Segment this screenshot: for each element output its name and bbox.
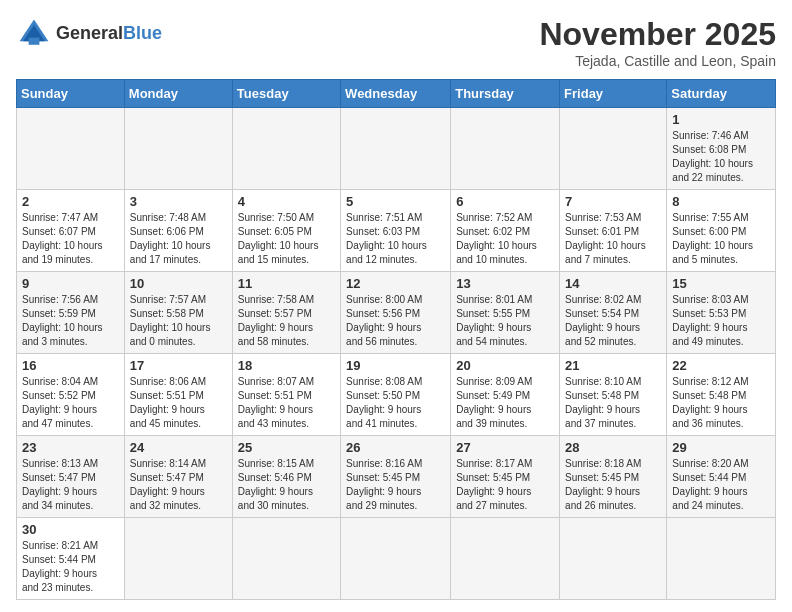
- day-info: Sunrise: 8:21 AM Sunset: 5:44 PM Dayligh…: [22, 539, 119, 595]
- calendar-cell: 23Sunrise: 8:13 AM Sunset: 5:47 PM Dayli…: [17, 436, 125, 518]
- day-info: Sunrise: 8:02 AM Sunset: 5:54 PM Dayligh…: [565, 293, 661, 349]
- calendar-table: SundayMondayTuesdayWednesdayThursdayFrid…: [16, 79, 776, 600]
- day-number: 28: [565, 440, 661, 455]
- calendar-cell: 30Sunrise: 8:21 AM Sunset: 5:44 PM Dayli…: [17, 518, 125, 600]
- day-number: 5: [346, 194, 445, 209]
- calendar-week-row: 23Sunrise: 8:13 AM Sunset: 5:47 PM Dayli…: [17, 436, 776, 518]
- day-info: Sunrise: 7:51 AM Sunset: 6:03 PM Dayligh…: [346, 211, 445, 267]
- calendar-cell: [451, 518, 560, 600]
- calendar-cell: [560, 108, 667, 190]
- day-info: Sunrise: 8:09 AM Sunset: 5:49 PM Dayligh…: [456, 375, 554, 431]
- day-info: Sunrise: 7:46 AM Sunset: 6:08 PM Dayligh…: [672, 129, 770, 185]
- calendar-cell: 24Sunrise: 8:14 AM Sunset: 5:47 PM Dayli…: [124, 436, 232, 518]
- calendar-week-row: 1Sunrise: 7:46 AM Sunset: 6:08 PM Daylig…: [17, 108, 776, 190]
- day-number: 16: [22, 358, 119, 373]
- calendar-cell: [124, 518, 232, 600]
- day-number: 26: [346, 440, 445, 455]
- generalblue-logo-icon: [16, 16, 52, 52]
- calendar-cell: 13Sunrise: 8:01 AM Sunset: 5:55 PM Dayli…: [451, 272, 560, 354]
- calendar-cell: [667, 518, 776, 600]
- day-info: Sunrise: 8:12 AM Sunset: 5:48 PM Dayligh…: [672, 375, 770, 431]
- calendar-cell: 5Sunrise: 7:51 AM Sunset: 6:03 PM Daylig…: [341, 190, 451, 272]
- day-number: 7: [565, 194, 661, 209]
- day-number: 29: [672, 440, 770, 455]
- logo-text: GeneralBlue: [56, 24, 162, 44]
- day-info: Sunrise: 8:04 AM Sunset: 5:52 PM Dayligh…: [22, 375, 119, 431]
- day-info: Sunrise: 7:52 AM Sunset: 6:02 PM Dayligh…: [456, 211, 554, 267]
- calendar-cell: [17, 108, 125, 190]
- day-number: 10: [130, 276, 227, 291]
- day-info: Sunrise: 7:48 AM Sunset: 6:06 PM Dayligh…: [130, 211, 227, 267]
- weekday-header-sunday: Sunday: [17, 80, 125, 108]
- calendar-cell: 17Sunrise: 8:06 AM Sunset: 5:51 PM Dayli…: [124, 354, 232, 436]
- day-number: 8: [672, 194, 770, 209]
- calendar-cell: 25Sunrise: 8:15 AM Sunset: 5:46 PM Dayli…: [232, 436, 340, 518]
- day-info: Sunrise: 8:17 AM Sunset: 5:45 PM Dayligh…: [456, 457, 554, 513]
- day-number: 4: [238, 194, 335, 209]
- calendar-week-row: 16Sunrise: 8:04 AM Sunset: 5:52 PM Dayli…: [17, 354, 776, 436]
- title-block: November 2025 Tejada, Castille and Leon,…: [539, 16, 776, 69]
- calendar-cell: [341, 108, 451, 190]
- day-number: 15: [672, 276, 770, 291]
- weekday-header-monday: Monday: [124, 80, 232, 108]
- calendar-cell: 7Sunrise: 7:53 AM Sunset: 6:01 PM Daylig…: [560, 190, 667, 272]
- calendar-cell: 6Sunrise: 7:52 AM Sunset: 6:02 PM Daylig…: [451, 190, 560, 272]
- calendar-cell: [232, 108, 340, 190]
- day-number: 25: [238, 440, 335, 455]
- day-number: 17: [130, 358, 227, 373]
- calendar-cell: [560, 518, 667, 600]
- day-number: 9: [22, 276, 119, 291]
- calendar-cell: 16Sunrise: 8:04 AM Sunset: 5:52 PM Dayli…: [17, 354, 125, 436]
- calendar-cell: 20Sunrise: 8:09 AM Sunset: 5:49 PM Dayli…: [451, 354, 560, 436]
- calendar-cell: 26Sunrise: 8:16 AM Sunset: 5:45 PM Dayli…: [341, 436, 451, 518]
- weekday-header-thursday: Thursday: [451, 80, 560, 108]
- calendar-week-row: 2Sunrise: 7:47 AM Sunset: 6:07 PM Daylig…: [17, 190, 776, 272]
- calendar-cell: [341, 518, 451, 600]
- day-number: 6: [456, 194, 554, 209]
- day-info: Sunrise: 8:00 AM Sunset: 5:56 PM Dayligh…: [346, 293, 445, 349]
- day-info: Sunrise: 8:06 AM Sunset: 5:51 PM Dayligh…: [130, 375, 227, 431]
- day-info: Sunrise: 7:57 AM Sunset: 5:58 PM Dayligh…: [130, 293, 227, 349]
- day-number: 24: [130, 440, 227, 455]
- calendar-cell: [124, 108, 232, 190]
- calendar-cell: 21Sunrise: 8:10 AM Sunset: 5:48 PM Dayli…: [560, 354, 667, 436]
- calendar-cell: 8Sunrise: 7:55 AM Sunset: 6:00 PM Daylig…: [667, 190, 776, 272]
- logo-blue: Blue: [123, 23, 162, 43]
- day-number: 13: [456, 276, 554, 291]
- day-info: Sunrise: 8:18 AM Sunset: 5:45 PM Dayligh…: [565, 457, 661, 513]
- day-number: 21: [565, 358, 661, 373]
- day-number: 14: [565, 276, 661, 291]
- day-info: Sunrise: 7:58 AM Sunset: 5:57 PM Dayligh…: [238, 293, 335, 349]
- day-info: Sunrise: 8:07 AM Sunset: 5:51 PM Dayligh…: [238, 375, 335, 431]
- day-info: Sunrise: 8:03 AM Sunset: 5:53 PM Dayligh…: [672, 293, 770, 349]
- weekday-header-tuesday: Tuesday: [232, 80, 340, 108]
- day-number: 27: [456, 440, 554, 455]
- calendar-cell: 15Sunrise: 8:03 AM Sunset: 5:53 PM Dayli…: [667, 272, 776, 354]
- day-number: 19: [346, 358, 445, 373]
- location-subtitle: Tejada, Castille and Leon, Spain: [539, 53, 776, 69]
- calendar-cell: [451, 108, 560, 190]
- day-number: 18: [238, 358, 335, 373]
- logo: GeneralBlue: [16, 16, 162, 52]
- calendar-cell: 14Sunrise: 8:02 AM Sunset: 5:54 PM Dayli…: [560, 272, 667, 354]
- calendar-cell: 10Sunrise: 7:57 AM Sunset: 5:58 PM Dayli…: [124, 272, 232, 354]
- day-info: Sunrise: 7:56 AM Sunset: 5:59 PM Dayligh…: [22, 293, 119, 349]
- calendar-cell: 11Sunrise: 7:58 AM Sunset: 5:57 PM Dayli…: [232, 272, 340, 354]
- calendar-cell: 12Sunrise: 8:00 AM Sunset: 5:56 PM Dayli…: [341, 272, 451, 354]
- calendar-week-row: 30Sunrise: 8:21 AM Sunset: 5:44 PM Dayli…: [17, 518, 776, 600]
- calendar-cell: 1Sunrise: 7:46 AM Sunset: 6:08 PM Daylig…: [667, 108, 776, 190]
- calendar-cell: 19Sunrise: 8:08 AM Sunset: 5:50 PM Dayli…: [341, 354, 451, 436]
- weekday-header-friday: Friday: [560, 80, 667, 108]
- day-info: Sunrise: 8:01 AM Sunset: 5:55 PM Dayligh…: [456, 293, 554, 349]
- day-number: 23: [22, 440, 119, 455]
- day-number: 11: [238, 276, 335, 291]
- calendar-cell: 29Sunrise: 8:20 AM Sunset: 5:44 PM Dayli…: [667, 436, 776, 518]
- day-info: Sunrise: 8:16 AM Sunset: 5:45 PM Dayligh…: [346, 457, 445, 513]
- day-info: Sunrise: 8:13 AM Sunset: 5:47 PM Dayligh…: [22, 457, 119, 513]
- day-info: Sunrise: 8:14 AM Sunset: 5:47 PM Dayligh…: [130, 457, 227, 513]
- weekday-header-wednesday: Wednesday: [341, 80, 451, 108]
- day-number: 1: [672, 112, 770, 127]
- calendar-cell: 28Sunrise: 8:18 AM Sunset: 5:45 PM Dayli…: [560, 436, 667, 518]
- day-info: Sunrise: 7:50 AM Sunset: 6:05 PM Dayligh…: [238, 211, 335, 267]
- calendar-cell: 9Sunrise: 7:56 AM Sunset: 5:59 PM Daylig…: [17, 272, 125, 354]
